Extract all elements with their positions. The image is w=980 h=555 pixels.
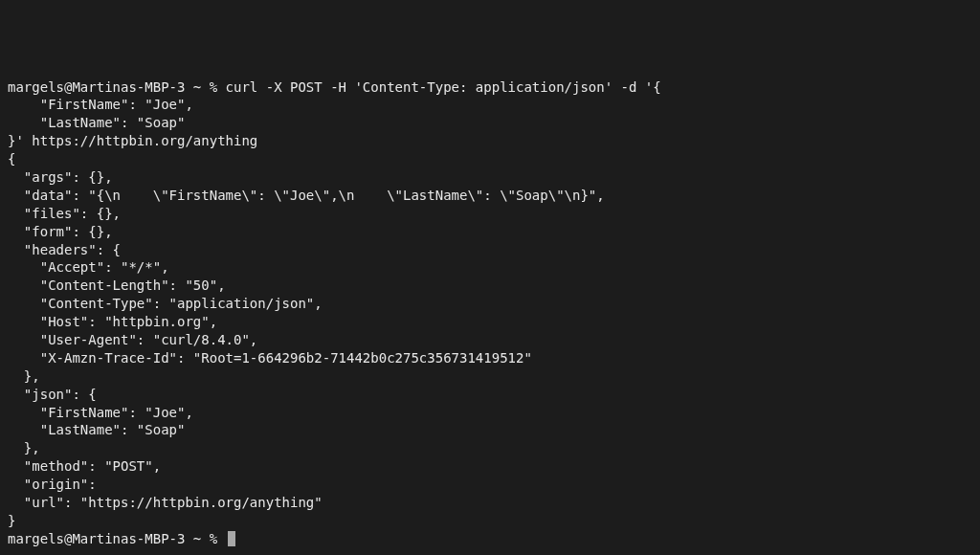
command-text: curl -X POST -H 'Content-Type: applicati…	[226, 79, 661, 95]
output-line: "Content-Type": "application/json",	[8, 296, 323, 311]
output-line: "json": {	[8, 387, 97, 402]
output-line: "url": "https://httpbin.org/anything"	[8, 495, 323, 510]
command-continuation: }' https://httpbin.org/anything	[8, 133, 257, 148]
terminal-window[interactable]: margels@Martinas-MBP-3 ~ % curl -X POST …	[8, 78, 972, 548]
output-line: "User-Agent": "curl/8.4.0",	[8, 332, 257, 347]
shell-prompt: margels@Martinas-MBP-3 ~ %	[8, 79, 226, 95]
output-line: {	[8, 151, 15, 166]
output-line: "data": "{\n \"FirstName\": \"Joe\",\n \…	[8, 188, 605, 203]
output-line: "method": "POST",	[8, 458, 161, 474]
shell-prompt: margels@Martinas-MBP-3 ~ %	[8, 531, 226, 546]
output-line: }	[8, 513, 15, 528]
output-line: "Content-Length": "50",	[8, 278, 226, 293]
output-line: "X-Amzn-Trace-Id": "Root=1-664296b2-7144…	[8, 350, 532, 366]
command-continuation: "FirstName": "Joe",	[8, 97, 193, 112]
output-line: "args": {},	[8, 169, 113, 185]
output-line: "form": {},	[8, 224, 113, 239]
command-continuation: "LastName": "Soap"	[8, 115, 185, 130]
output-line: "Host": "httpbin.org",	[8, 314, 217, 329]
output-line: "LastName": "Soap"	[8, 422, 185, 437]
output-line: },	[8, 368, 40, 384]
output-line: "origin":	[8, 477, 97, 492]
output-line: },	[8, 440, 40, 455]
output-line: "Accept": "*/*",	[8, 259, 169, 275]
output-line: "files": {},	[8, 206, 121, 221]
cursor-icon	[228, 531, 235, 546]
output-line: "headers": {	[8, 242, 121, 257]
output-line: "FirstName": "Joe",	[8, 405, 193, 420]
